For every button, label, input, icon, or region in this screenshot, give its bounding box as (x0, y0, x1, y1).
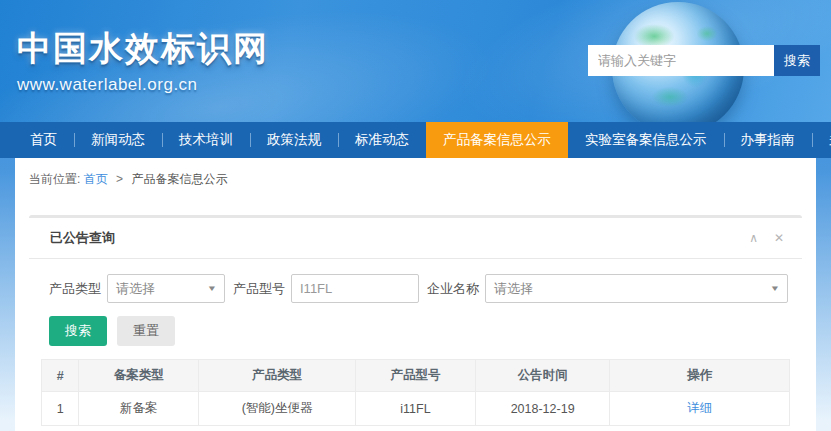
cell-index: 1 (42, 392, 79, 426)
column-header-action: 操作 (610, 360, 790, 392)
query-reset-button[interactable]: 重置 (117, 316, 175, 346)
table-row: 1 新备案 (智能)坐便器 i11FL 2018-12-19 详细 (42, 392, 790, 426)
nav-item-guide[interactable]: 办事指南 (724, 122, 812, 158)
nav-item-news[interactable]: 新闻动态 (74, 122, 162, 158)
query-form-row: 产品类型 请选择 ▼ 产品型号 企业名称 请选择 ▼ (41, 274, 790, 303)
column-header-publish-date: 公告时间 (475, 360, 610, 392)
company-name-label: 企业名称 (427, 280, 479, 298)
company-name-select-value: 请选择 (494, 280, 533, 298)
cell-product-model: i11FL (356, 392, 476, 426)
chevron-down-icon: ▼ (770, 284, 780, 293)
query-panel-tools: ∧ ✕ (749, 232, 784, 244)
cell-product-type: (智能)坐便器 (199, 392, 356, 426)
chevron-down-icon: ▼ (207, 284, 217, 293)
nav-item-lab-records[interactable]: 实验室备案信息公示 (568, 122, 724, 158)
breadcrumb: 当前位置: 首页 > 产品备案信息公示 (15, 158, 816, 199)
breadcrumb-prefix: 当前位置: (29, 172, 80, 186)
close-icon[interactable]: ✕ (774, 232, 784, 244)
product-type-select[interactable]: 请选择 ▼ (107, 274, 225, 303)
nav-item-standards[interactable]: 标准动态 (338, 122, 426, 158)
cell-record-type: 新备案 (79, 392, 199, 426)
nav-item-training[interactable]: 技术培训 (162, 122, 250, 158)
query-button-row: 搜索 重置 (41, 316, 790, 346)
site-title: 中国水效标识网 (17, 26, 269, 72)
site-logo[interactable]: 中国水效标识网 www.waterlabel.org.cn (17, 26, 269, 95)
query-panel-body: 产品类型 请选择 ▼ 产品型号 企业名称 请选择 ▼ 搜索 重置 (29, 259, 802, 426)
page: 中国水效标识网 www.waterlabel.org.cn 搜索 首页 新闻动态… (0, 0, 831, 431)
nav-item-policy[interactable]: 政策法规 (250, 122, 338, 158)
collapse-icon[interactable]: ∧ (749, 232, 758, 244)
product-type-label: 产品类型 (49, 280, 101, 298)
results-table-header-row: # 备案类型 产品类型 产品型号 公告时间 操作 (42, 360, 790, 392)
product-model-input[interactable] (291, 274, 419, 303)
column-header-product-model: 产品型号 (356, 360, 476, 392)
query-search-button[interactable]: 搜索 (49, 316, 107, 346)
cell-publish-date: 2018-12-19 (475, 392, 610, 426)
query-panel: 已公告查询 ∧ ✕ 产品类型 请选择 ▼ 产品型号 企业名称 (29, 215, 802, 426)
column-header-index: # (42, 360, 79, 392)
product-type-select-value: 请选择 (116, 280, 155, 298)
main-content: 当前位置: 首页 > 产品备案信息公示 已公告查询 ∧ ✕ 产品类型 请选择 ▼ (15, 158, 816, 431)
cell-action: 详细 (610, 392, 790, 426)
nav-item-home[interactable]: 首页 (13, 122, 74, 158)
breadcrumb-current: 产品备案信息公示 (131, 172, 227, 186)
query-panel-title: 已公告查询 (50, 229, 115, 247)
column-header-product-type: 产品类型 (199, 360, 356, 392)
nav-item-product-records[interactable]: 产品备案信息公示 (426, 122, 568, 158)
detail-link[interactable]: 详细 (687, 401, 712, 415)
main-nav: 首页 新闻动态 技术培训 政策法规 标准动态 产品备案信息公示 实验室备案信息公… (0, 122, 831, 158)
keyword-search-button[interactable]: 搜索 (774, 45, 820, 76)
site-header: 中国水效标识网 www.waterlabel.org.cn 搜索 (0, 0, 831, 122)
header-search-bar: 搜索 (588, 45, 820, 76)
keyword-search-input[interactable] (588, 45, 774, 76)
column-header-record-type: 备案类型 (79, 360, 199, 392)
results-table: # 备案类型 产品类型 产品型号 公告时间 操作 1 新备案 (智能)坐便器 (41, 359, 790, 426)
breadcrumb-separator: > (116, 172, 123, 186)
query-panel-header: 已公告查询 ∧ ✕ (29, 218, 802, 259)
company-name-select[interactable]: 请选择 ▼ (485, 274, 788, 303)
breadcrumb-home-link[interactable]: 首页 (84, 172, 108, 186)
product-model-label: 产品型号 (233, 280, 285, 298)
nav-item-about[interactable]: 关于我们 (812, 122, 831, 158)
site-url: www.waterlabel.org.cn (17, 75, 269, 95)
